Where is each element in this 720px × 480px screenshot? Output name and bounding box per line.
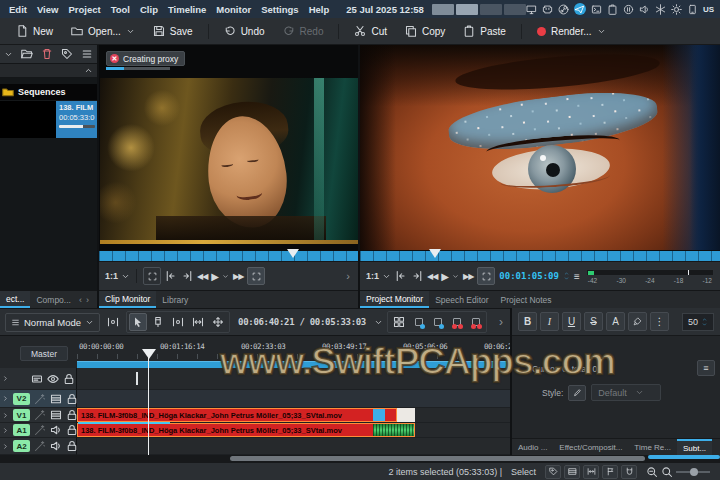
tab-effect-compositions[interactable]: Effect/Composit... [553,439,628,455]
new-button[interactable]: New [8,21,61,42]
workspace-3[interactable] [480,4,502,15]
chevron-down-icon[interactable] [374,318,383,327]
system-clock[interactable]: 25 Jul 2025 12:58 [346,4,424,15]
lock-icon[interactable] [63,373,75,385]
zone-mode-button[interactable] [477,267,495,285]
game-icon[interactable] [542,4,553,15]
go-to-zone-in-icon[interactable] [165,270,177,282]
menu-project[interactable]: Project [63,4,105,15]
undo-button[interactable]: Undo [216,21,273,42]
record-button[interactable] [448,314,465,331]
track-badge-v2[interactable]: V2 [13,393,30,405]
ripple-tool-button[interactable] [189,313,207,331]
menu-clip[interactable]: Clip [135,4,163,15]
track-badge-v1[interactable]: V1 [13,409,30,421]
menu-monitor[interactable]: Monitor [211,4,256,15]
underline-button[interactable]: U [562,312,581,331]
tag-icon[interactable] [61,48,73,60]
thumbnails-button[interactable] [390,313,408,331]
edit-mode-dropdown[interactable]: Normal Mode [5,313,100,332]
video-thumbnails-icon[interactable] [50,409,62,421]
terminal-icon[interactable] [591,4,602,15]
track-header-a1[interactable]: A1 [0,423,77,438]
clipboard-icon[interactable] [607,4,618,15]
project-monitor-video[interactable] [360,45,720,250]
monitor-overlay-button[interactable] [143,267,161,285]
go-to-zone-in-icon[interactable] [395,270,407,282]
project-monitor-seekbar[interactable] [360,250,720,262]
bin-clip-item[interactable]: 138. FILM 00:05:33:0 [0,101,97,138]
hscrollbar-thumb[interactable] [230,456,645,461]
tab-time-remap[interactable]: Time Re... [628,439,677,455]
keyboard-layout[interactable]: US [703,5,714,14]
effects-icon[interactable] [34,424,46,436]
menu-view[interactable]: View [32,4,63,15]
track-lane-v2[interactable] [77,390,510,408]
clip-monitor-video[interactable] [100,78,358,244]
timeline-zone-bar[interactable] [77,361,510,368]
snap-toggle-button[interactable] [621,465,637,479]
save-button[interactable]: Save [145,21,201,42]
open-button[interactable]: Open... [63,21,143,42]
phone-icon[interactable] [687,4,698,15]
more-options-button[interactable]: ⋮ [650,312,669,331]
subtitle-track-lane[interactable] [77,368,510,390]
hscrollbar-zoom-indicator[interactable] [648,455,720,459]
monitor-zoom[interactable]: 1:1 [366,271,391,281]
speaker-icon[interactable] [50,440,62,452]
extract-zone-button[interactable] [429,314,446,331]
pause-icon[interactable] [623,4,634,15]
insert-zone-button[interactable] [410,314,427,331]
close-icon[interactable]: ✕ [110,54,119,63]
track-header-a2[interactable]: A2 [0,438,77,455]
chevron-right-icon[interactable] [2,375,9,382]
telegram-icon[interactable] [574,3,586,15]
italic-button[interactable]: I [540,312,559,331]
workspace-4[interactable] [504,4,526,15]
chevron-down-icon[interactable] [4,50,13,59]
tab-library[interactable]: Library [156,291,194,308]
tab-clip-monitor[interactable]: Clip Monitor [99,291,156,308]
sequences-folder[interactable]: Sequences [0,84,97,100]
go-to-zone-out-icon[interactable] [411,270,423,282]
master-track-button[interactable]: Master [20,346,68,361]
brightness-icon[interactable] [671,4,682,15]
menu-edit[interactable]: Edit [4,4,32,15]
workspace-1[interactable] [432,4,454,15]
zoom-slider-handle[interactable] [690,468,698,476]
play-button[interactable]: ▶ [441,271,448,282]
delete-icon[interactable] [41,48,53,60]
eye-icon[interactable] [47,373,59,385]
track-lane-a2[interactable] [77,438,510,455]
chevron-right-icon[interactable] [2,443,9,450]
chevron-right-icon[interactable] [2,412,9,419]
forward-button[interactable]: ▶▶ [233,272,243,281]
tab-project-notes[interactable]: Project Notes [495,291,558,308]
paste-button[interactable]: Paste [455,21,514,42]
toolbar-expand-button[interactable]: › [497,315,505,329]
render-button[interactable]: Render... [529,21,614,42]
video-thumbnails-icon[interactable] [50,393,62,405]
selection-tool-button[interactable] [129,313,147,331]
effects-icon[interactable] [34,409,46,421]
chevron-down-icon[interactable] [222,273,229,280]
rewind-button[interactable]: ◀◀ [197,272,207,281]
rewind-button[interactable]: ◀◀ [427,272,437,281]
bold-button[interactable]: B [518,312,537,331]
chevron-up-icon[interactable] [84,66,93,75]
monitor-expand-button[interactable]: › [344,270,352,282]
monitor-timecode[interactable]: 00:01:05:09 [499,271,559,281]
monitor-menu-button[interactable]: ≡ [574,271,580,282]
open-folder-icon[interactable] [21,48,33,60]
subtitle-track-header[interactable] [0,368,77,390]
track-header-v2[interactable]: V2 [0,390,77,408]
razor-tool-button[interactable] [149,313,167,331]
tab-compositions[interactable]: Compo... [30,291,77,308]
timeline-clip-audio[interactable]: 138. FILM-3f0b8_IND_Höga Klackar_John Pe… [77,423,415,437]
monitor-zoom[interactable]: 1:1 [105,271,130,281]
timeline-hscrollbar[interactable] [0,455,720,462]
subtitle-track-icon[interactable] [31,373,43,385]
creating-proxy-toast[interactable]: ✕ Creating proxy [106,51,185,66]
track-badge-a2[interactable]: A2 [13,440,30,452]
menu-settings[interactable]: Settings [256,4,303,15]
